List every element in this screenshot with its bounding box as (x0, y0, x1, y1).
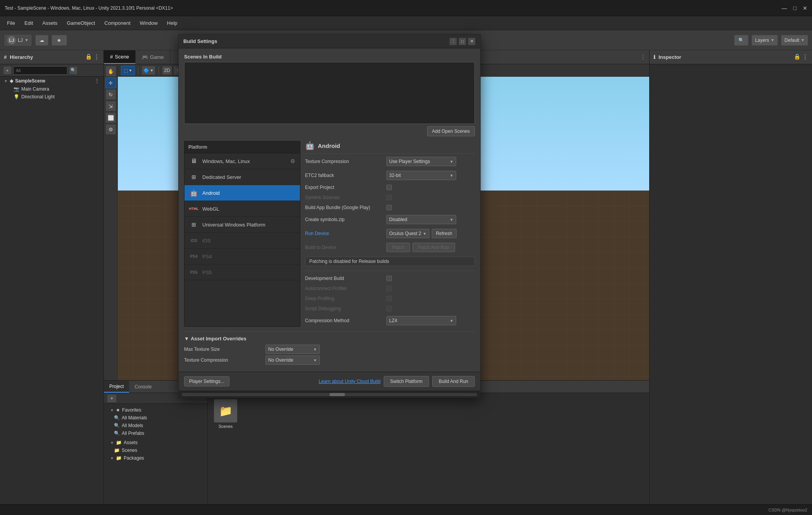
collab-button[interactable]: ◉ (52, 35, 67, 46)
dialog-close-button[interactable]: ✕ (468, 38, 476, 45)
scene-options-icon[interactable]: ⋮ (640, 53, 646, 61)
maximize-button[interactable]: □ (793, 5, 796, 11)
2d-toggle[interactable]: 2D (162, 66, 172, 75)
script-debugging-checkbox[interactable] (386, 306, 392, 311)
hierarchy-lock-icon[interactable]: 🔒 (85, 53, 92, 61)
shading-mode-button[interactable]: ⬚ ▼ (121, 66, 135, 75)
project-add-button[interactable]: + (107, 394, 117, 403)
platform-ios[interactable]: iOS iOS (184, 233, 300, 249)
all-materials-item[interactable]: 🔍 All Materials (106, 414, 205, 422)
tool-rotate[interactable]: ↻ (105, 89, 116, 100)
windows-label: Windows, Mac, Linux (202, 158, 250, 164)
hierarchy-light-item[interactable]: 💡 Directional Light (0, 93, 103, 101)
tool-transform[interactable]: ⚙ (105, 124, 116, 135)
etc2-fallback-dropdown[interactable]: 32-bit ▼ (386, 171, 456, 180)
tool-scale[interactable]: ⇲ (105, 101, 116, 112)
player-settings-button[interactable]: Player Settings... (184, 376, 229, 386)
platform-webgl[interactable]: HTML WebGL (184, 201, 300, 217)
platform-ps5[interactable]: PS5 PS5 (184, 264, 300, 280)
scenes-folder-item[interactable]: 📁 Scenes (106, 446, 205, 454)
switch-platform-button[interactable]: Switch Platform (384, 376, 429, 387)
tool-separator (138, 67, 138, 74)
favorites-arrow: ▼ (110, 408, 114, 412)
tool-hand[interactable]: ✋ (105, 66, 116, 77)
patch-button[interactable]: Patch (386, 243, 410, 252)
development-build-checkbox[interactable] (386, 276, 392, 281)
compression-method-dropdown[interactable]: LZ4 ▼ (386, 316, 456, 325)
platform-dedicated[interactable]: ⊞ Dedicated Server (184, 169, 300, 185)
tool-rect[interactable]: ⬜ (105, 112, 116, 123)
autoconnect-profiler-checkbox[interactable] (386, 286, 392, 291)
asset-texture-compression-dropdown[interactable]: No Override ▼ (265, 355, 320, 365)
favorites-item[interactable]: ▼ ★ Favorites (106, 406, 205, 414)
dialog-maximize-button[interactable]: □ (459, 38, 466, 45)
platform-ps4[interactable]: PS4 PS4 (184, 249, 300, 264)
build-and-run-button[interactable]: Build And Run (432, 376, 475, 387)
patch-and-run-button[interactable]: Patch And Run (412, 243, 455, 252)
hierarchy-options-icon[interactable]: ⋮ (93, 53, 100, 61)
scenes-asset-item[interactable]: 📁 Scenes (214, 399, 237, 429)
tab-game[interactable]: 🎮 Game (136, 50, 170, 64)
platform-uwp[interactable]: ⊞ Universal Windows Platform (184, 217, 300, 233)
run-device-dropdown[interactable]: Oculus Quest 2 ▼ (386, 229, 429, 238)
account-button[interactable]: LJ LJ ▼ (4, 34, 32, 46)
inspector-options-icon[interactable]: ⋮ (802, 53, 808, 61)
scenes-section: Scenes In Build Add Open Scenes (184, 54, 475, 136)
menu-assets[interactable]: Assets (38, 19, 61, 27)
dedicated-label: Dedicated Server (202, 174, 241, 180)
texture-compression-row: Texture Compression Use Player Settings … (305, 157, 475, 166)
scene-options-icon[interactable]: ⋮ (94, 78, 100, 84)
max-texture-dropdown[interactable]: No Override ▼ (265, 345, 320, 354)
tool-move[interactable]: ✛ (105, 77, 116, 88)
asset-import-collapse-icon[interactable]: ▼ (184, 336, 189, 342)
menu-help[interactable]: Help (163, 19, 181, 27)
hierarchy-add-button[interactable]: + (3, 66, 12, 75)
hierarchy-camera-item[interactable]: 📷 Main Camera (0, 85, 103, 93)
folder-asset-icon: 📁 (214, 399, 237, 422)
symlink-sources-checkbox[interactable] (386, 195, 392, 200)
scene-icon: ◈ (10, 78, 13, 84)
window-title: Test - SampleScene - Windows, Mac, Linux… (5, 5, 173, 11)
platform-scroll[interactable]: 🖥 Windows, Mac, Linux ⚙ ⊞ Dedicated Serv… (184, 153, 300, 285)
texture-compression-dropdown[interactable]: Use Player Settings ▼ (386, 157, 456, 166)
hierarchy-search-input[interactable] (13, 66, 67, 75)
tab-project[interactable]: Project (104, 381, 129, 393)
tab-console[interactable]: Console (129, 381, 157, 393)
search-button[interactable]: 🔍 (734, 35, 748, 46)
menu-edit[interactable]: Edit (21, 19, 37, 27)
layout-dropdown[interactable]: Default ▼ (781, 35, 808, 46)
layers-dropdown[interactable]: Layers ▼ (752, 35, 778, 46)
packages-item[interactable]: ▼ 📁 Packages (106, 454, 205, 462)
menu-component[interactable]: Component (100, 19, 134, 27)
build-app-bundle-checkbox[interactable] (386, 205, 392, 210)
inspector-header: ℹ Inspector 🔒 ⋮ (650, 50, 812, 64)
cloud-button[interactable]: ☁ (35, 35, 48, 46)
menu-window[interactable]: Window (136, 19, 162, 27)
max-texture-value: No Override (268, 347, 293, 352)
refresh-button[interactable]: Refresh (432, 229, 457, 238)
add-open-scenes-button[interactable]: Add Open Scenes (427, 126, 475, 136)
minimize-button[interactable]: — (782, 5, 787, 11)
platform-windows[interactable]: 🖥 Windows, Mac, Linux ⚙ (184, 153, 300, 169)
export-project-checkbox[interactable] (386, 185, 392, 190)
inspector-lock-icon[interactable]: 🔒 (794, 53, 800, 61)
all-prefabs-item[interactable]: 🔍 All Prefabs (106, 429, 205, 437)
dialog-scrollbar-thumb[interactable] (329, 393, 345, 396)
deep-profiling-checkbox[interactable] (386, 296, 392, 301)
dialog-scrollbar-track[interactable] (182, 393, 477, 396)
platform-android[interactable]: 🤖 Android (184, 185, 300, 201)
close-button[interactable]: ✕ (803, 5, 807, 11)
all-models-item[interactable]: 🔍 All Models (106, 422, 205, 429)
hierarchy-search-button[interactable]: 🔍 (69, 66, 78, 75)
run-device-controls: Oculus Quest 2 ▼ Refresh (386, 229, 457, 238)
dialog-options-icon[interactable]: ⋮ (449, 38, 457, 45)
assets-root-item[interactable]: ▼ 📁 Assets (106, 439, 205, 446)
cloud-build-link[interactable]: Learn about Unity Cloud Build (319, 379, 380, 384)
create-symbols-dropdown[interactable]: Disabled ▼ (386, 215, 456, 224)
tab-scene[interactable]: # Scene (104, 50, 136, 64)
hierarchy-scene-item[interactable]: ▼ ◈ SampleScene ⋮ (0, 77, 103, 85)
menu-file[interactable]: File (3, 19, 19, 27)
menu-gameobject[interactable]: GameObject (63, 19, 99, 27)
dialog-controls: ⋮ □ ✕ (449, 38, 476, 45)
gizmos-button[interactable]: 🔷 ▼ (141, 66, 155, 75)
